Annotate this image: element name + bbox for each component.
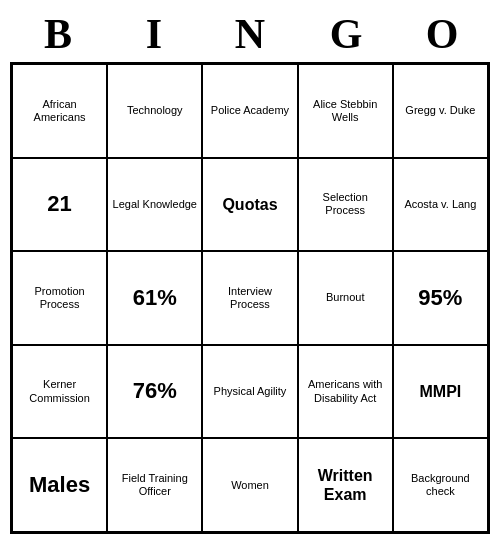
bingo-cell-text-8: Selection Process bbox=[303, 191, 388, 217]
bingo-cell-13: Burnout bbox=[298, 251, 393, 345]
bingo-cell-text-7: Quotas bbox=[222, 195, 277, 214]
bingo-cell-text-12: Interview Process bbox=[207, 285, 292, 311]
bingo-cell-15: Kerner Commission bbox=[12, 345, 107, 439]
bingo-cell-17: Physical Agility bbox=[202, 345, 297, 439]
bingo-header: BINGO bbox=[10, 10, 490, 58]
bingo-cell-23: Written Exam bbox=[298, 438, 393, 532]
bingo-cell-text-23: Written Exam bbox=[303, 466, 388, 504]
bingo-cell-text-10: Promotion Process bbox=[17, 285, 102, 311]
bingo-cell-22: Women bbox=[202, 438, 297, 532]
bingo-cell-text-11: 61% bbox=[133, 285, 177, 311]
bingo-cell-3: Alice Stebbin Wells bbox=[298, 64, 393, 158]
bingo-cell-24: Background check bbox=[393, 438, 488, 532]
bingo-grid: African AmericansTechnologyPolice Academ… bbox=[10, 62, 490, 534]
bingo-cell-text-9: Acosta v. Lang bbox=[404, 198, 476, 211]
bingo-cell-text-14: 95% bbox=[418, 285, 462, 311]
header-letter-I: I bbox=[106, 10, 202, 58]
bingo-cell-text-4: Gregg v. Duke bbox=[405, 104, 475, 117]
bingo-cell-14: 95% bbox=[393, 251, 488, 345]
header-letter-N: N bbox=[202, 10, 298, 58]
bingo-cell-21: Field Training Officer bbox=[107, 438, 202, 532]
bingo-cell-text-24: Background check bbox=[398, 472, 483, 498]
bingo-cell-0: African Americans bbox=[12, 64, 107, 158]
bingo-cell-text-17: Physical Agility bbox=[214, 385, 287, 398]
bingo-cell-text-1: Technology bbox=[127, 104, 183, 117]
bingo-cell-2: Police Academy bbox=[202, 64, 297, 158]
bingo-cell-5: 21 bbox=[12, 158, 107, 252]
bingo-cell-text-0: African Americans bbox=[17, 98, 102, 124]
bingo-cell-text-15: Kerner Commission bbox=[17, 378, 102, 404]
bingo-cell-9: Acosta v. Lang bbox=[393, 158, 488, 252]
bingo-cell-1: Technology bbox=[107, 64, 202, 158]
bingo-cell-18: Americans with Disability Act bbox=[298, 345, 393, 439]
bingo-cell-11: 61% bbox=[107, 251, 202, 345]
bingo-cell-text-6: Legal Knowledge bbox=[113, 198, 197, 211]
bingo-cell-text-5: 21 bbox=[47, 191, 71, 217]
bingo-cell-text-20: Males bbox=[29, 472, 90, 498]
bingo-cell-6: Legal Knowledge bbox=[107, 158, 202, 252]
header-letter-O: O bbox=[394, 10, 490, 58]
bingo-cell-text-22: Women bbox=[231, 479, 269, 492]
bingo-cell-text-18: Americans with Disability Act bbox=[303, 378, 388, 404]
header-letter-G: G bbox=[298, 10, 394, 58]
bingo-cell-4: Gregg v. Duke bbox=[393, 64, 488, 158]
header-letter-B: B bbox=[10, 10, 106, 58]
bingo-cell-19: MMPI bbox=[393, 345, 488, 439]
bingo-cell-text-16: 76% bbox=[133, 378, 177, 404]
bingo-cell-20: Males bbox=[12, 438, 107, 532]
bingo-cell-text-13: Burnout bbox=[326, 291, 365, 304]
bingo-cell-16: 76% bbox=[107, 345, 202, 439]
bingo-cell-12: Interview Process bbox=[202, 251, 297, 345]
bingo-cell-10: Promotion Process bbox=[12, 251, 107, 345]
bingo-cell-text-21: Field Training Officer bbox=[112, 472, 197, 498]
bingo-cell-text-19: MMPI bbox=[420, 382, 462, 401]
bingo-cell-8: Selection Process bbox=[298, 158, 393, 252]
bingo-cell-7: Quotas bbox=[202, 158, 297, 252]
bingo-cell-text-3: Alice Stebbin Wells bbox=[303, 98, 388, 124]
bingo-cell-text-2: Police Academy bbox=[211, 104, 289, 117]
